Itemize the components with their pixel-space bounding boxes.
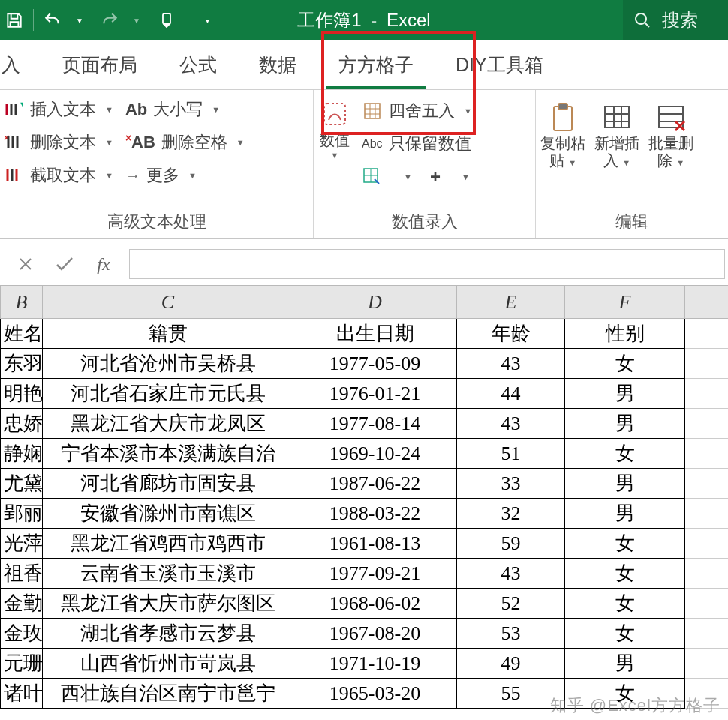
cell[interactable]: 静娴 bbox=[1, 439, 43, 469]
round-button[interactable]: 四舍五入▼ bbox=[362, 96, 472, 126]
cell[interactable]: 33 bbox=[457, 469, 565, 499]
more-button[interactable]: → 更多▼ bbox=[125, 160, 245, 190]
plus-button[interactable]: + bbox=[430, 166, 441, 188]
accept-formula-button[interactable] bbox=[53, 252, 77, 276]
table-row[interactable]: 忠娇黑龙江省大庆市龙凤区1977-08-1443男 bbox=[1, 409, 729, 439]
cell[interactable]: 男 bbox=[565, 499, 685, 529]
cell[interactable]: 东羽 bbox=[1, 349, 43, 379]
tab-insert[interactable]: 入 bbox=[0, 40, 41, 89]
cell[interactable]: 44 bbox=[457, 379, 565, 409]
touch-mode-button[interactable] bbox=[152, 6, 181, 34]
tab-data[interactable]: 数据 bbox=[238, 40, 317, 89]
cell[interactable]: 黑龙江省鸡西市鸡西市 bbox=[43, 529, 293, 559]
col-B[interactable]: B bbox=[1, 286, 43, 319]
cell[interactable]: 河北省沧州市吴桥县 bbox=[43, 349, 293, 379]
cell[interactable]: 女 bbox=[565, 529, 685, 559]
table-row[interactable]: 东羽河北省沧州市吴桥县1977-05-0943女 bbox=[1, 349, 729, 379]
cell[interactable]: 山西省忻州市岢岚县 bbox=[43, 649, 293, 679]
cell[interactable]: 诸叶 bbox=[1, 679, 43, 709]
table-row[interactable]: 尤黛河北省廊坊市固安县1987-06-2233男 bbox=[1, 469, 729, 499]
cancel-formula-button[interactable] bbox=[14, 252, 38, 276]
batch-delete-button[interactable]: 批量删除 ▼ bbox=[644, 98, 698, 170]
cell[interactable]: 52 bbox=[457, 589, 565, 619]
tab-page-layout[interactable]: 页面布局 bbox=[41, 40, 158, 89]
col-D[interactable]: D bbox=[293, 286, 457, 319]
cell[interactable]: 金玫 bbox=[1, 619, 43, 649]
delete-space-button[interactable]: ×AB 删除空格▼ bbox=[125, 128, 245, 158]
cell[interactable]: 金勤 bbox=[1, 589, 43, 619]
cell[interactable]: 云南省玉溪市玉溪市 bbox=[43, 559, 293, 589]
cell[interactable]: 河北省石家庄市元氏县 bbox=[43, 379, 293, 409]
cell[interactable]: 1987-06-22 bbox=[293, 469, 457, 499]
table-row[interactable]: 静娴宁省本溪市本溪满族自治1969-10-2451女 bbox=[1, 439, 729, 469]
cell[interactable]: 51 bbox=[457, 439, 565, 469]
sheet-table[interactable]: B C D E F 姓名 籍贯 出生日期 年龄 性别 东羽河北省沧州市吴桥县19… bbox=[0, 285, 728, 709]
delete-text-button[interactable]: × 删除文本▼ bbox=[3, 128, 113, 158]
save-button[interactable] bbox=[0, 6, 29, 34]
cell[interactable]: 1977-09-21 bbox=[293, 559, 457, 589]
cell[interactable]: 男 bbox=[565, 379, 685, 409]
cell[interactable]: 男 bbox=[565, 409, 685, 439]
copy-paste-button[interactable]: 复制粘贴 ▼ bbox=[536, 98, 590, 170]
table-row[interactable]: 祖香云南省玉溪市玉溪市1977-09-2143女 bbox=[1, 559, 729, 589]
table-row[interactable]: 光萍黑龙江省鸡西市鸡西市1961-08-1359女 bbox=[1, 529, 729, 559]
cell[interactable]: 43 bbox=[457, 349, 565, 379]
fx-button[interactable]: fx bbox=[92, 252, 116, 276]
cell[interactable]: 1971-10-19 bbox=[293, 649, 457, 679]
cell[interactable]: 湖北省孝感市云梦县 bbox=[43, 619, 293, 649]
qat-customize-dropdown[interactable]: ▾ bbox=[193, 6, 221, 34]
undo-button[interactable] bbox=[38, 6, 67, 34]
table-row[interactable]: 元珊山西省忻州市岢岚县1971-10-1949男 bbox=[1, 649, 729, 679]
col-G[interactable] bbox=[685, 286, 729, 319]
cell[interactable]: 55 bbox=[457, 679, 565, 709]
insert-text-button[interactable]: ▼ 插入文本▼ bbox=[3, 94, 113, 124]
keep-numeric-button[interactable]: Abc 只保留数值 bbox=[362, 129, 472, 159]
cell[interactable]: 女 bbox=[565, 589, 685, 619]
cell[interactable]: 女 bbox=[565, 679, 685, 709]
col-E[interactable]: E bbox=[457, 286, 565, 319]
cell[interactable]: 1976-01-21 bbox=[293, 379, 457, 409]
col-F[interactable]: F bbox=[565, 286, 685, 319]
cell[interactable]: 43 bbox=[457, 559, 565, 589]
cell[interactable]: 西壮族自治区南宁市邕宁 bbox=[43, 679, 293, 709]
cell[interactable]: 32 bbox=[457, 499, 565, 529]
cell[interactable]: 宁省本溪市本溪满族自治 bbox=[43, 439, 293, 469]
cell[interactable]: 1988-03-22 bbox=[293, 499, 457, 529]
case-button[interactable]: Ab 大小写▼ bbox=[125, 94, 245, 124]
cell[interactable]: 女 bbox=[565, 619, 685, 649]
numeric-button[interactable]: 数值 ▼ bbox=[314, 94, 356, 160]
undo-dropdown[interactable]: ▼ bbox=[65, 6, 94, 34]
new-insert-button[interactable]: 新增插入 ▼ bbox=[590, 98, 644, 170]
cell[interactable]: 光萍 bbox=[1, 529, 43, 559]
cell[interactable]: 59 bbox=[457, 529, 565, 559]
redo-button[interactable] bbox=[95, 6, 124, 34]
cell[interactable]: 忠娇 bbox=[1, 409, 43, 439]
cell[interactable]: 1969-10-24 bbox=[293, 439, 457, 469]
cell[interactable]: 1977-05-09 bbox=[293, 349, 457, 379]
cell[interactable]: 53 bbox=[457, 619, 565, 649]
cell[interactable]: 黑龙江省大庆市龙凤区 bbox=[43, 409, 293, 439]
cell[interactable]: 女 bbox=[565, 439, 685, 469]
redo-dropdown[interactable]: ▼ bbox=[122, 6, 151, 34]
cell[interactable]: 郢丽 bbox=[1, 499, 43, 529]
chevron-down-icon[interactable]: ▼ bbox=[462, 172, 470, 182]
cell[interactable]: 男 bbox=[565, 469, 685, 499]
chevron-down-icon[interactable]: ▼ bbox=[404, 172, 412, 182]
cell[interactable]: 1961-08-13 bbox=[293, 529, 457, 559]
table-row[interactable]: 诸叶西壮族自治区南宁市邕宁1965-03-2055女 bbox=[1, 679, 729, 709]
table-header-row[interactable]: 姓名 籍贯 出生日期 年龄 性别 bbox=[1, 319, 729, 349]
tab-formula[interactable]: 公式 bbox=[158, 40, 238, 89]
table-row[interactable]: 金勤黑龙江省大庆市萨尔图区1968-06-0252女 bbox=[1, 589, 729, 619]
col-C[interactable]: C bbox=[43, 286, 293, 319]
cell[interactable]: 祖香 bbox=[1, 559, 43, 589]
cut-text-button[interactable]: 截取文本▼ bbox=[3, 160, 113, 190]
search-box[interactable]: 搜索 bbox=[623, 0, 728, 40]
cell[interactable]: 1977-08-14 bbox=[293, 409, 457, 439]
cell[interactable]: 黑龙江省大庆市萨尔图区 bbox=[43, 589, 293, 619]
formula-input[interactable] bbox=[129, 249, 725, 279]
cell[interactable]: 男 bbox=[565, 649, 685, 679]
column-headers[interactable]: B C D E F bbox=[1, 286, 729, 319]
cell[interactable]: 49 bbox=[457, 649, 565, 679]
cell[interactable]: 43 bbox=[457, 409, 565, 439]
tab-ffgz[interactable]: 方方格子 bbox=[317, 40, 435, 89]
